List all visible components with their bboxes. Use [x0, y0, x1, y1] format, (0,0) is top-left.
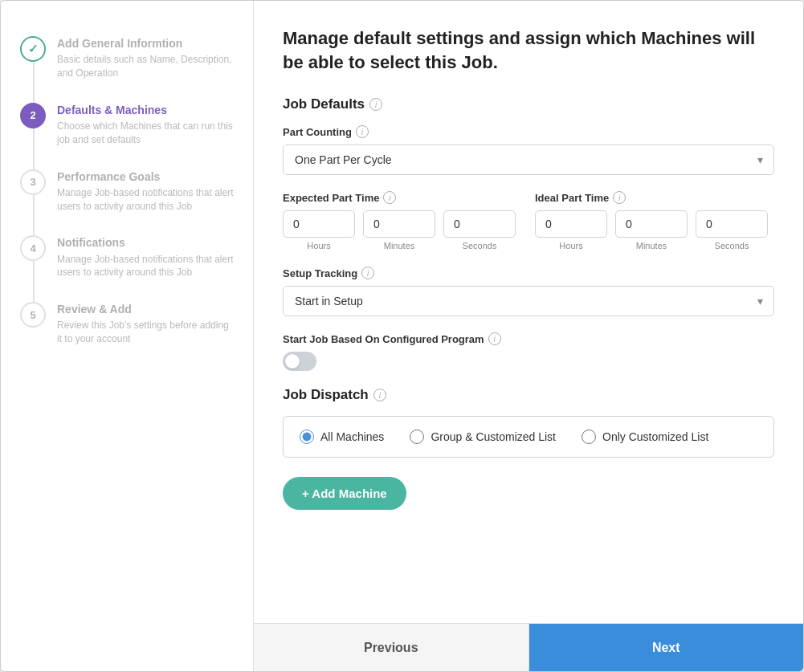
job-defaults-info-icon[interactable]: i: [369, 98, 382, 111]
step-4-circle: 4: [20, 235, 46, 261]
footer-buttons: Previous Next: [254, 623, 803, 671]
part-counting-group: Part Counting i One Part Per Cycle Multi…: [283, 125, 774, 175]
job-dispatch-title: Job Dispatch i: [283, 387, 774, 403]
step-3-desc: Manage Job-based notifications that aler…: [57, 186, 234, 214]
ideal-part-time-info-icon[interactable]: i: [613, 191, 626, 204]
step-1-circle: ✓: [20, 36, 46, 62]
ideal-seconds-field: Seconds: [696, 210, 768, 250]
ideal-part-time-section: Ideal Part Time i Hours Minutes: [535, 191, 774, 250]
step-5-content: Review & Add Review this Job's settings …: [57, 302, 234, 346]
part-counting-select[interactable]: One Part Per Cycle Multiple Parts Per Cy…: [283, 145, 774, 175]
step-2-number: 2: [30, 109, 35, 121]
step-2-desc: Choose which Machines that can run this …: [57, 120, 234, 147]
expected-part-time-section: Expected Part Time i Hours Minutes: [283, 191, 522, 250]
expected-part-time-label: Expected Part Time i: [283, 191, 522, 204]
radio-only-customized-input[interactable]: [582, 430, 596, 444]
start-job-info-icon[interactable]: i: [488, 332, 501, 345]
expected-seconds-field: Seconds: [443, 210, 516, 250]
step-3-content: Performance Goals Manage Job-based notif…: [57, 169, 234, 214]
step-1-title: Add General Informtion: [57, 36, 234, 51]
start-job-label: Start Job Based On Configured Program i: [283, 332, 774, 345]
ideal-minutes-label: Minutes: [636, 241, 667, 250]
setup-tracking-select[interactable]: Start in Setup Manual Setup: [283, 286, 774, 316]
ideal-part-time-label: Ideal Part Time i: [535, 191, 774, 204]
step-4-number: 4: [30, 242, 35, 255]
start-job-toggle[interactable]: [283, 352, 316, 371]
expected-seconds-label: Seconds: [463, 241, 497, 250]
step-3-title: Performance Goals: [57, 169, 234, 184]
setup-tracking-group: Setup Tracking i Start in Setup Manual S…: [283, 267, 774, 316]
dispatch-box: All Machines Group & Customized List Onl…: [283, 416, 774, 458]
expected-part-time-info-icon[interactable]: i: [383, 191, 396, 204]
radio-all-machines[interactable]: All Machines: [300, 430, 384, 444]
step-3: 3 Performance Goals Manage Job-based not…: [20, 158, 234, 225]
step-2-circle: 2: [20, 103, 46, 128]
setup-tracking-info-icon[interactable]: i: [361, 267, 374, 279]
step-5-desc: Review this Job's settings before adding…: [57, 319, 234, 346]
page-heading: Manage default settings and assign which…: [283, 26, 774, 74]
ideal-hours-input[interactable]: [535, 210, 607, 238]
radio-group-customized-input[interactable]: [410, 430, 424, 444]
expected-minutes-input[interactable]: [363, 210, 435, 238]
start-job-toggle-wrapper: [283, 352, 774, 371]
step-2: 2 Defaults & Machines Choose which Machi…: [20, 92, 234, 158]
check-icon: ✓: [28, 42, 39, 56]
part-counting-label: Part Counting i: [283, 125, 774, 138]
step-4-content: Notifications Manage Job-based notificat…: [57, 235, 234, 279]
step-2-content: Defaults & Machines Choose which Machine…: [57, 103, 234, 147]
part-counting-info-icon[interactable]: i: [356, 125, 369, 138]
part-time-row: Expected Part Time i Hours Minutes: [283, 191, 774, 250]
toggle-thumb: [285, 354, 300, 369]
ideal-minutes-field: Minutes: [615, 210, 688, 250]
step-5-circle: 5: [20, 302, 46, 328]
expected-minutes-field: Minutes: [363, 210, 435, 250]
expected-hours-input[interactable]: [283, 210, 355, 238]
job-dispatch-info-icon[interactable]: i: [373, 389, 386, 401]
step-5: 5 Review & Add Review this Job's setting…: [20, 291, 234, 357]
step-4-desc: Manage Job-based notifications that aler…: [57, 253, 234, 280]
previous-button[interactable]: Previous: [254, 624, 529, 671]
step-5-number: 5: [30, 309, 35, 321]
next-button[interactable]: Next: [529, 624, 804, 671]
expected-time-inputs: Hours Minutes Seconds: [283, 210, 522, 250]
step-4: 4 Notifications Manage Job-based notific…: [20, 224, 234, 291]
expected-minutes-label: Minutes: [384, 241, 415, 250]
step-3-number: 3: [30, 176, 35, 188]
job-dispatch-section: Job Dispatch i All Machines Group & Cust…: [283, 387, 774, 458]
setup-tracking-select-wrapper: Start in Setup Manual Setup ▾: [283, 286, 774, 316]
radio-group-customized[interactable]: Group & Customized List: [410, 430, 556, 444]
sidebar: ✓ Add General Informtion Basic details s…: [1, 1, 254, 671]
step-1-desc: Basic details such as Name, Description,…: [57, 53, 234, 80]
expected-hours-field: Hours: [283, 210, 355, 250]
step-3-circle: 3: [20, 169, 46, 195]
ideal-hours-label: Hours: [559, 241, 582, 250]
radio-only-customized[interactable]: Only Customized List: [582, 430, 708, 444]
ideal-hours-field: Hours: [535, 210, 607, 250]
ideal-seconds-label: Seconds: [715, 241, 749, 250]
expected-seconds-input[interactable]: [443, 210, 516, 238]
step-1-content: Add General Informtion Basic details suc…: [57, 36, 234, 80]
radio-all-machines-input[interactable]: [300, 430, 314, 444]
dispatch-radio-group: All Machines Group & Customized List Onl…: [300, 430, 757, 444]
start-job-group: Start Job Based On Configured Program i: [283, 332, 774, 371]
main-content: Manage default settings and assign which…: [254, 1, 803, 623]
ideal-minutes-input[interactable]: [615, 210, 688, 238]
ideal-seconds-input[interactable]: [696, 210, 768, 238]
main-panel: Manage default settings and assign which…: [254, 1, 803, 671]
add-machine-button[interactable]: + Add Machine: [283, 477, 406, 510]
step-1: ✓ Add General Informtion Basic details s…: [20, 25, 234, 92]
step-5-title: Review & Add: [57, 302, 234, 316]
ideal-time-inputs: Hours Minutes Seconds: [535, 210, 774, 250]
part-counting-select-wrapper: One Part Per Cycle Multiple Parts Per Cy…: [283, 145, 774, 175]
app-window: ✓ Add General Informtion Basic details s…: [0, 0, 804, 672]
expected-hours-label: Hours: [307, 241, 330, 250]
step-4-title: Notifications: [57, 235, 234, 250]
step-2-title: Defaults & Machines: [57, 103, 234, 117]
job-defaults-title: Job Defaults i: [283, 96, 774, 112]
setup-tracking-label: Setup Tracking i: [283, 267, 774, 279]
